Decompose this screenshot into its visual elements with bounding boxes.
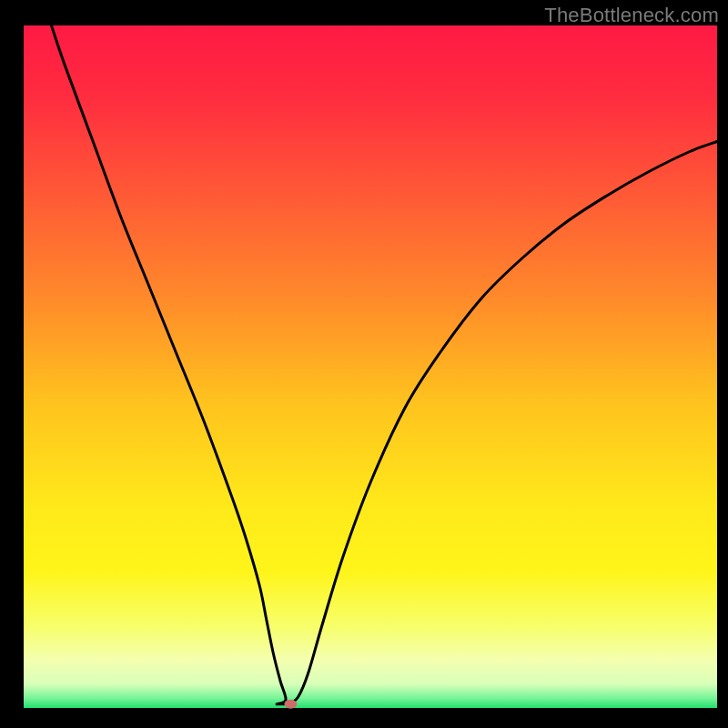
bottleneck-chart <box>0 0 728 728</box>
chart-frame: TheBottleneck.com <box>0 0 728 728</box>
minimum-marker <box>284 700 297 709</box>
watermark-text: TheBottleneck.com <box>544 4 719 27</box>
plot-background <box>24 25 717 708</box>
